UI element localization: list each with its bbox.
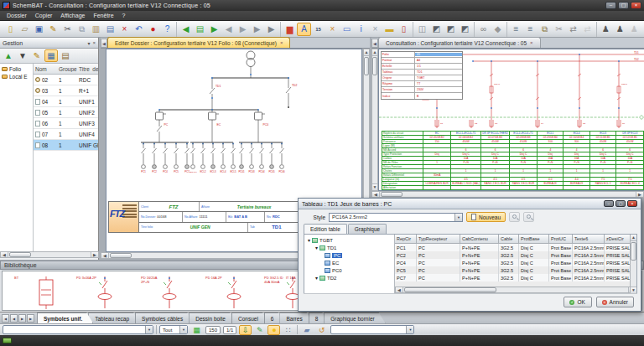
- user-swap-dim-icon[interactable]: ⇄: [580, 23, 595, 36]
- delete-icon[interactable]: ×: [117, 23, 132, 36]
- undo-icon[interactable]: ↶: [132, 23, 146, 36]
- lock-icon[interactable]: ◆: [491, 23, 505, 36]
- library-tab-symboles-unif-[interactable]: Symboles unif.: [37, 312, 93, 323]
- tree-node-pc[interactable]: PC: [304, 251, 394, 259]
- edit-icon[interactable]: ✎: [46, 23, 60, 36]
- go-last-icon[interactable]: ▶: [264, 23, 278, 36]
- maximize-button[interactable]: ▢: [618, 2, 629, 9]
- close-panel-icon[interactable]: ×: [92, 40, 96, 46]
- consultation-canvas[interactable]: TD1TD23G1.53G2.5ECC1C2C3C4C5C6 Folio05Fo…: [378, 49, 644, 191]
- column-header-protbase[interactable]: ProtBase: [519, 235, 549, 243]
- tree-expand-icon[interactable]: ▾: [315, 275, 318, 281]
- info-icon[interactable]: i: [354, 23, 368, 36]
- tab-scroll-left-icon[interactable]: ◀: [101, 39, 107, 48]
- folio-row-03[interactable]: 031R+1: [34, 85, 98, 96]
- schema-mode-icon[interactable]: ∷: [282, 325, 294, 335]
- chart-icon[interactable]: ▆: [283, 23, 297, 36]
- library-symbol-3[interactable]: PD 16/20A 2P+N: [141, 275, 191, 311]
- print-icon[interactable]: ▤: [103, 23, 117, 36]
- paste-icon[interactable]: ▥: [89, 23, 103, 36]
- folio-row-06[interactable]: 061UNIF3: [34, 118, 98, 129]
- tree-node-pc0[interactable]: PC0: [304, 266, 394, 274]
- dialog-tab-graphique[interactable]: Graphique: [348, 224, 387, 234]
- close-button[interactable]: ×: [631, 2, 641, 9]
- folio-row-07[interactable]: 071UNIF4: [34, 129, 98, 140]
- menu-item-?[interactable]: ?: [122, 13, 126, 18]
- dialog-tab-edition-table[interactable]: Edition table: [304, 224, 347, 234]
- scope-combobox[interactable]: Tout▼: [159, 325, 188, 334]
- tree-node-tgbt[interactable]: ▾TGBT: [304, 236, 394, 244]
- renumber-icon[interactable]: 15: [311, 23, 325, 36]
- box-light-icon[interactable]: ◫: [415, 23, 429, 36]
- list-1-icon[interactable]: ≡: [509, 23, 523, 36]
- grid-hscrollbar[interactable]: ◀▶: [395, 287, 636, 293]
- column-header-texte6[interactable]: Texte6: [573, 235, 605, 243]
- column-header-cabcontenu[interactable]: CabContenu: [460, 235, 499, 243]
- circuit-row-pc1[interactable]: PC1PCP+N+PE3G2.5Disj CProt BasePC16A 2.5…: [395, 244, 636, 251]
- zoom-out-button[interactable]: [523, 212, 534, 222]
- zoom-in-button[interactable]: [509, 212, 520, 222]
- consultation-tab[interactable]: Consultation : Configuration tertiaire V…: [378, 37, 541, 48]
- circuit-row-pc4[interactable]: PC4PCP+N+PE3G2.5Disj CProt BasePC16A 2.5…: [395, 259, 636, 266]
- go-next-icon[interactable]: ▶: [236, 23, 250, 36]
- box-dark-2-icon[interactable]: ◩: [444, 23, 458, 36]
- combo-dropdown-icon[interactable]: ▼: [145, 326, 153, 333]
- consult-tab-scroll-left-icon[interactable]: ◀: [371, 39, 378, 48]
- tabs-last-icon[interactable]: ▶: [27, 314, 34, 323]
- box-dark-3-icon[interactable]: ◩: [458, 23, 472, 36]
- tools-icon[interactable]: ×: [325, 23, 340, 36]
- row-down-icon[interactable]: ▼: [16, 49, 29, 62]
- draw-pencil-icon[interactable]: ✎: [253, 325, 266, 335]
- pin-icon[interactable]: ▾: [87, 40, 90, 46]
- column-header-groupe[interactable]: Groupe: [57, 66, 77, 72]
- menu-item-fentre[interactable]: Fenêtre: [93, 13, 113, 18]
- measure-icon[interactable]: ×: [368, 23, 382, 36]
- library-dropdown-icon[interactable]: ▼: [406, 326, 413, 333]
- minimize-button[interactable]: –: [605, 2, 616, 9]
- folio-row-04[interactable]: 041UNIF1: [34, 96, 98, 107]
- go-forward-icon[interactable]: ▶: [250, 23, 264, 36]
- bulb-icon[interactable]: ●: [267, 325, 280, 335]
- user-1-icon[interactable]: ♟: [599, 23, 613, 36]
- tree-node-td1[interactable]: ▾TD1: [304, 244, 394, 251]
- column-header-typrecepteur[interactable]: TypRecepteur: [417, 235, 460, 243]
- library-tab-symboles-c-bles[interactable]: Symboles câbles: [135, 312, 194, 323]
- tree-item-local-e[interactable]: Local E: [0, 73, 33, 80]
- consultation-vscrollbar[interactable]: ▲▼: [371, 49, 378, 191]
- open-folder-icon[interactable]: ▱: [18, 23, 32, 36]
- go-prev-icon[interactable]: ◀: [221, 23, 236, 36]
- tabs-prev-icon[interactable]: ◀: [10, 314, 18, 323]
- menu-item-affichage[interactable]: Affichage: [60, 13, 85, 18]
- circuit-row-pc7[interactable]: PC7PCP+N+PE3G2.5Disj CProt BasePC16A 2.5…: [395, 274, 636, 281]
- box-dark-1-icon[interactable]: ◩: [429, 23, 444, 36]
- catalog-icon[interactable]: ▤: [59, 49, 72, 62]
- editor-tab[interactable]: Editer Dossier : Configuration tertiaire…: [107, 37, 290, 48]
- tabs-next-icon[interactable]: ▶: [18, 314, 26, 323]
- folio-next-icon[interactable]: ▶: [207, 23, 221, 36]
- dialog-close-button[interactable]: ×: [627, 200, 637, 207]
- nouveau-button[interactable]: Nouveau: [466, 212, 506, 222]
- scale-field[interactable]: 1/1: [223, 326, 236, 334]
- folio-row-02[interactable]: 021RDC: [34, 75, 98, 85]
- ruler-icon[interactable]: ▬: [382, 23, 397, 36]
- library-tab-dessin-boite[interactable]: Dessin boite: [189, 312, 236, 323]
- menu-item-copier[interactable]: Copier: [35, 13, 53, 18]
- row-edit-icon[interactable]: ✎: [30, 49, 44, 62]
- column-header-repcir[interactable]: RepCir: [395, 235, 417, 243]
- user-2-icon[interactable]: ♟: [613, 23, 627, 36]
- refresh-icon[interactable]: ↺: [315, 325, 328, 335]
- tree-node-ec[interactable]: EC: [304, 259, 394, 266]
- editor-tab-close-icon[interactable]: ×: [280, 40, 283, 45]
- copy-icon[interactable]: ⧉: [75, 23, 89, 36]
- folio-list-icon[interactable]: ▤: [193, 23, 207, 36]
- library-tab-consuel[interactable]: Consuel: [231, 312, 269, 323]
- library-tab-barres[interactable]: Barres: [279, 312, 313, 323]
- folio-row-08[interactable]: 081UNIF GEN: [34, 140, 98, 151]
- folio-first-icon[interactable]: ◀: [179, 23, 193, 36]
- library-tab-graphique-bornier[interactable]: Graphique bornier: [324, 312, 385, 323]
- library-combobox[interactable]: ▼: [330, 325, 414, 334]
- circuit-row-pc5[interactable]: PC5PCP+N+PE3G2.5Disj CProt BasePC16A 2.5…: [395, 266, 636, 274]
- row-up-icon[interactable]: ▲: [2, 49, 15, 62]
- grid-icon[interactable]: ▦: [190, 325, 203, 335]
- new-file-icon[interactable]: ▯: [3, 23, 18, 36]
